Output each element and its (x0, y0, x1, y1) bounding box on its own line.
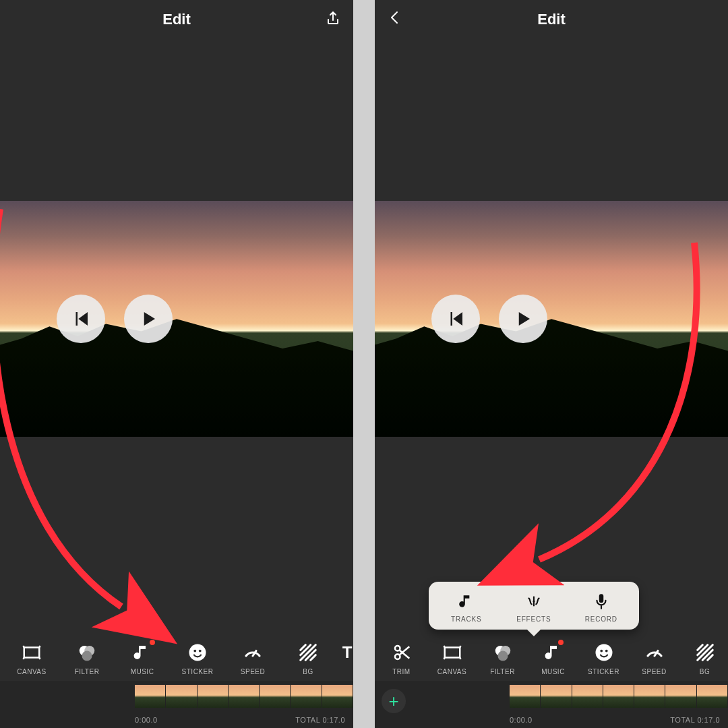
svg-point-5 (199, 650, 202, 653)
popup-label: EFFECTS (516, 615, 551, 623)
timeline-labels: 0:00.0 TOTAL 0:17.0 (510, 716, 720, 724)
tool-filter[interactable]: FILTER (59, 641, 115, 675)
top-bar: Edit (375, 0, 728, 39)
skip-back-icon (71, 309, 91, 329)
tool-music[interactable]: MUSIC (528, 641, 578, 675)
screenshot-right: Edit TRACKS EFFECTS RECORD T (375, 0, 728, 728)
popup-record[interactable]: RECORD (568, 591, 635, 623)
play-icon (138, 309, 158, 329)
play-icon (513, 309, 533, 329)
svg-point-6 (533, 600, 535, 602)
tool-label: STICKER (588, 668, 619, 675)
popup-effects[interactable]: EFFECTS (500, 591, 568, 623)
tool-label: CANVAS (437, 668, 466, 675)
svg-point-14 (600, 650, 603, 653)
svg-point-3 (189, 644, 206, 661)
playback-controls (57, 295, 173, 343)
popup-label: TRACKS (451, 615, 481, 623)
svg-point-2 (82, 651, 92, 661)
canvas-icon (441, 641, 464, 664)
top-bar: Edit (0, 0, 353, 39)
tool-bg[interactable]: BG (679, 641, 728, 675)
screenshot-left: Edit CANVAS FILTER MUSIC (0, 0, 353, 728)
playback-controls (431, 295, 547, 343)
tool-bg[interactable]: BG (280, 641, 336, 675)
filter-icon (75, 641, 98, 664)
add-clip-button[interactable]: + (382, 689, 406, 713)
timeline-start: 0:00.0 (135, 716, 158, 724)
tool-label: BG (700, 668, 710, 675)
sticker-icon (593, 641, 615, 664)
video-preview (375, 201, 728, 437)
prev-button[interactable] (431, 295, 480, 343)
page-title: Edit (0, 11, 353, 28)
music-note-icon (456, 591, 477, 611)
tool-label: MUSIC (131, 668, 154, 675)
timeline-thumbnails[interactable] (510, 685, 728, 708)
tool-label: MUSIC (541, 668, 565, 675)
svg-point-15 (605, 650, 607, 653)
tool-sticker[interactable]: STICKER (170, 641, 225, 675)
notification-dot (558, 640, 564, 645)
filter-icon (491, 641, 514, 664)
skip-back-icon (446, 309, 466, 329)
tool-label: TRIM (392, 668, 410, 675)
svg-point-4 (193, 650, 196, 653)
tool-music[interactable]: MUSIC (115, 641, 170, 675)
svg-point-12 (497, 651, 508, 661)
plus-icon: + (388, 691, 398, 712)
svg-rect-7 (599, 594, 604, 603)
timeline[interactable]: + 0:00.0 TOTAL 0:17.0 (375, 681, 728, 728)
speed-icon (241, 641, 264, 664)
tool-trim[interactable]: TRIM (376, 641, 427, 675)
video-preview (0, 201, 353, 437)
scissors-icon (390, 641, 413, 664)
tool-speed[interactable]: SPEED (225, 641, 280, 675)
speed-icon (643, 641, 666, 664)
music-popup: TRACKS EFFECTS RECORD (429, 582, 639, 630)
svg-point-13 (595, 644, 612, 661)
tool-filter[interactable]: FILTER (477, 641, 528, 675)
microphone-icon (591, 591, 611, 611)
popup-tracks[interactable]: TRACKS (433, 591, 500, 623)
tool-label: SPEED (642, 668, 666, 675)
tool-label: BG (303, 668, 313, 675)
bottom-toolbar: TRIM CANVAS FILTER MUSIC STICKER SPEED B… (375, 641, 728, 675)
timeline-thumbnails[interactable] (135, 685, 353, 708)
tool-speed[interactable]: SPEED (629, 641, 679, 675)
bottom-toolbar: CANVAS FILTER MUSIC STICKER SPEED BG T (0, 641, 353, 675)
timeline[interactable]: 0:00.0 TOTAL 0:17.0 (0, 681, 353, 728)
sticker-icon (186, 641, 209, 664)
bg-icon (694, 641, 717, 664)
tool-label: FILTER (75, 668, 100, 675)
tool-more[interactable]: T (336, 641, 353, 675)
play-button[interactable] (124, 295, 173, 343)
timeline-start: 0:00.0 (510, 716, 533, 724)
notification-dot (150, 640, 155, 645)
tool-label: FILTER (490, 668, 515, 675)
timeline-labels: 0:00.0 TOTAL 0:17.0 (135, 716, 345, 724)
tool-sticker[interactable]: STICKER (578, 641, 629, 675)
tool-label: STICKER (182, 668, 214, 675)
tool-label: SPEED (241, 668, 265, 675)
prev-button[interactable] (57, 295, 105, 343)
bg-icon (297, 641, 320, 664)
timeline-total: TOTAL 0:17.0 (295, 716, 345, 724)
page-title: Edit (375, 11, 728, 28)
effects-icon (524, 591, 544, 611)
tool-canvas[interactable]: CANVAS (4, 641, 59, 675)
text-icon: T (336, 641, 353, 664)
popup-label: RECORD (585, 615, 617, 623)
timeline-total: TOTAL 0:17.0 (670, 716, 720, 724)
play-button[interactable] (499, 295, 547, 343)
tool-canvas[interactable]: CANVAS (427, 641, 477, 675)
tool-label: CANVAS (17, 668, 46, 675)
canvas-icon (20, 641, 43, 664)
